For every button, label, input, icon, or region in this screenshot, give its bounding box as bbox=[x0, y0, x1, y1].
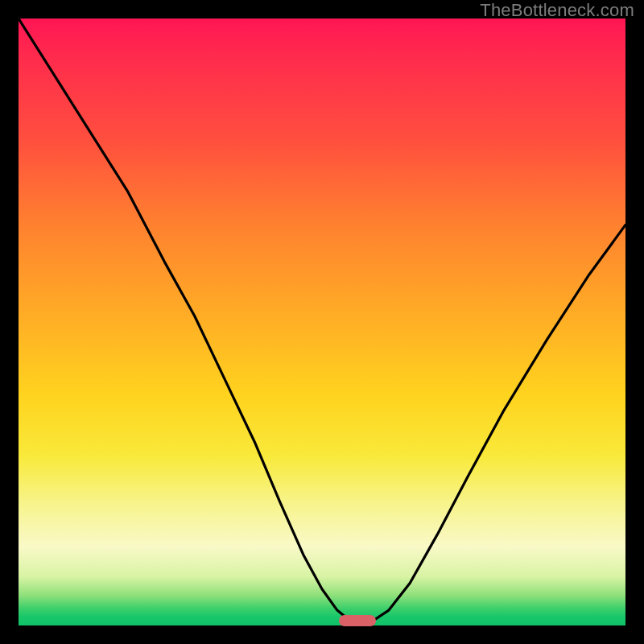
plot-area bbox=[19, 19, 625, 625]
optimum-marker bbox=[339, 615, 376, 626]
bottleneck-curve bbox=[19, 19, 625, 625]
chart-frame: TheBottleneck.com bbox=[0, 0, 644, 644]
